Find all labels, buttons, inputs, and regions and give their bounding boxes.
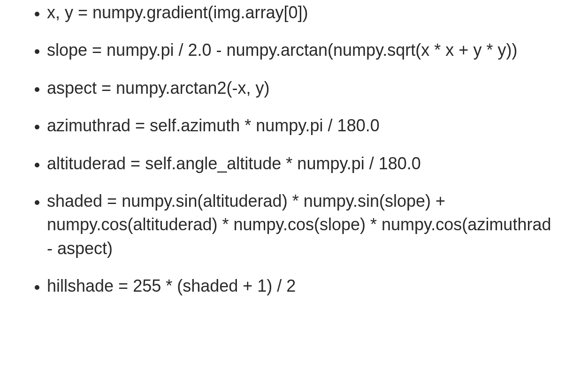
list-item-text: azimuthrad = self.azimuth * numpy.pi / 1… [47, 116, 380, 135]
list-item-text: hillshade = 255 * (shaded + 1) / 2 [47, 276, 296, 295]
list-item: x, y = numpy.gradient(img.array[0]) [47, 1, 588, 24]
code-bullet-list: x, y = numpy.gradient(img.array[0]) slop… [0, 0, 588, 298]
list-item: slope = numpy.pi / 2.0 - numpy.arctan(nu… [47, 38, 588, 62]
list-item-text: aspect = numpy.arctan2(-x, y) [47, 78, 270, 98]
list-item-text: x, y = numpy.gradient(img.array[0]) [47, 3, 308, 22]
list-item: aspect = numpy.arctan2(-x, y) [47, 76, 588, 100]
list-item-text: shaded = numpy.sin(altituderad) * numpy.… [47, 191, 551, 258]
list-item-text: slope = numpy.pi / 2.0 - numpy.arctan(nu… [47, 40, 517, 60]
list-item: shaded = numpy.sin(altituderad) * numpy.… [47, 189, 588, 260]
list-item-text: altituderad = self.angle_altitude * nump… [47, 154, 421, 173]
list-item: altituderad = self.angle_altitude * nump… [47, 152, 588, 175]
list-item: hillshade = 255 * (shaded + 1) / 2 [47, 274, 588, 298]
list-item: azimuthrad = self.azimuth * numpy.pi / 1… [47, 114, 588, 137]
